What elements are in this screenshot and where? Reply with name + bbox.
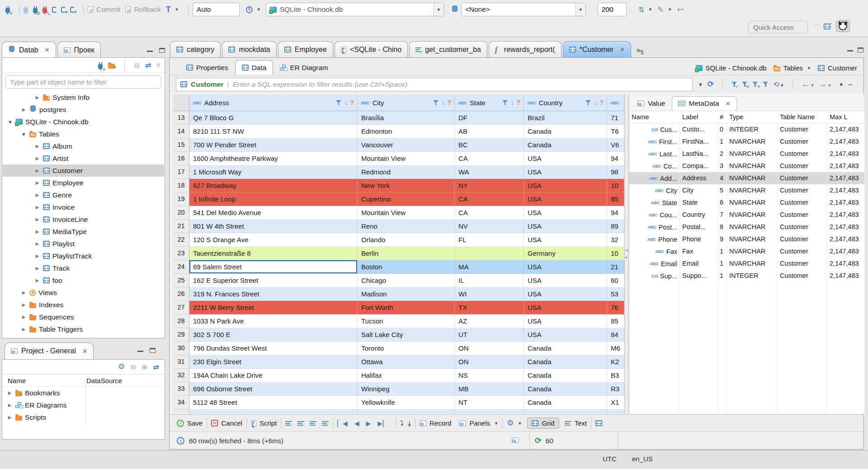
- row-number[interactable]: 25: [173, 274, 189, 287]
- meta-label-cell[interactable]: Suppo...: [680, 270, 719, 282]
- grid-cell[interactable]: USA: [524, 287, 607, 301]
- row-number[interactable]: 23: [173, 247, 189, 260]
- grid-cell[interactable]: IL: [455, 274, 524, 287]
- grid-cell[interactable]: AB: [455, 125, 524, 138]
- row-number[interactable]: 15: [173, 138, 189, 152]
- fetch-next-button[interactable]: →▼: [819, 80, 831, 89]
- grid-cell[interactable]: AZ: [455, 314, 524, 328]
- column-header[interactable]: Name: [629, 111, 680, 123]
- nav-item-genre[interactable]: ▶Genre: [3, 189, 164, 201]
- expand-arrow-icon[interactable]: ▶: [7, 415, 13, 420]
- editor-tab-customer[interactable]: *Customer✕: [563, 41, 631, 57]
- grid-cell[interactable]: 120 S Orange Ave: [189, 233, 358, 247]
- refresh-button[interactable]: ⟳: [708, 80, 714, 89]
- close-icon[interactable]: ✕: [82, 348, 87, 355]
- grid-cell[interactable]: UT: [455, 328, 524, 342]
- meta-label-cell[interactable]: Compa...: [680, 160, 719, 172]
- meta-num-cell[interactable]: 8: [719, 221, 727, 233]
- grid-cell[interactable]: 2211 W Berry Street: [189, 301, 358, 314]
- expand-arrow-icon[interactable]: ▶: [34, 95, 40, 100]
- grid-cell[interactable]: R3: [607, 382, 624, 396]
- expand-arrow-icon[interactable]: ▶: [34, 217, 40, 222]
- meta-name-cell[interactable]: 123Sup...: [629, 270, 680, 282]
- meta-max-cell[interactable]: 2,147,483: [827, 209, 865, 221]
- metadata-row-phone[interactable]: ABCPhonePhone9NVARCHARCustomer2,147,483: [629, 233, 864, 245]
- expand-arrow-icon[interactable]: ▶: [34, 253, 40, 258]
- column-header-country[interactable]: ABCCountry↕?: [524, 94, 607, 111]
- minimize-icon[interactable]: [847, 50, 853, 52]
- nav-item-postgres[interactable]: ▶postgres: [3, 103, 164, 116]
- grid-cell[interactable]: Berlin: [358, 247, 455, 260]
- metadata-row-postal[interactable]: ABCPost...Postal...8NVARCHARCustomer2,14…: [629, 221, 864, 233]
- column-header[interactable]: Label: [680, 111, 719, 123]
- grid-cell[interactable]: Orlando: [358, 233, 455, 247]
- meta-label-cell[interactable]: Phone: [680, 233, 719, 245]
- commit-button[interactable]: Commit: [88, 5, 120, 14]
- panel-splitter[interactable]: ◂ ▸: [624, 94, 629, 414]
- grid-cell[interactable]: 8210 111 ST NW: [189, 125, 358, 138]
- meta-table-cell[interactable]: Customer: [778, 197, 827, 209]
- grid-cell[interactable]: USA: [524, 328, 607, 342]
- grid-cell[interactable]: NS: [455, 369, 524, 382]
- expand-arrow-icon[interactable]: ▶: [34, 241, 40, 246]
- meta-num-cell[interactable]: 0: [719, 123, 727, 136]
- sort-icon[interactable]: ↕: [511, 99, 514, 106]
- metadata-row-suppo[interactable]: 123Sup...Suppo...1INTEGERCustomer2,147,4…: [629, 270, 864, 282]
- meta-max-cell[interactable]: 2,147,483: [827, 160, 865, 172]
- row-number[interactable]: 34: [173, 396, 189, 409]
- grid-cell[interactable]: 89: [607, 220, 624, 233]
- nav-item-sqlite-chinook-db[interactable]: ▼SQLite - Chinook.db: [3, 116, 164, 128]
- grid-cell[interactable]: USA: [524, 179, 607, 192]
- meta-type-cell[interactable]: NVARCHAR: [727, 233, 778, 245]
- pin-panel-icon[interactable]: [512, 436, 519, 443]
- meta-table-cell[interactable]: Customer: [778, 184, 827, 197]
- expand-arrow-icon[interactable]: ▶: [34, 168, 40, 173]
- grid-cell[interactable]: 796 Dundas Street West: [189, 342, 358, 355]
- prev-row-button[interactable]: ◀: [354, 420, 360, 427]
- gear-icon[interactable]: ⚙: [118, 363, 125, 371]
- grid-cell[interactable]: T6: [607, 125, 624, 138]
- expand-arrow-icon[interactable]: ▶: [21, 314, 27, 319]
- row-number[interactable]: 19: [173, 192, 189, 206]
- grid-cell[interactable]: WA: [455, 165, 524, 179]
- grid-cell[interactable]: 94: [607, 206, 624, 220]
- row-number[interactable]: 16: [173, 152, 189, 165]
- link-selection-button[interactable]: ⇄: [153, 363, 159, 371]
- collapse-all-button[interactable]: ⊟: [131, 363, 136, 371]
- dropdown-arrow-icon[interactable]: ▼: [807, 66, 811, 70]
- grid-cell[interactable]: 1 Microsoft Way: [189, 165, 358, 179]
- maximize-icon[interactable]: [858, 47, 863, 52]
- grid-cell[interactable]: Fort Worth: [358, 301, 455, 314]
- nav-item-playlisttrack[interactable]: ▶PlaylistTrack: [3, 250, 164, 262]
- grid-cell[interactable]: USA: [524, 274, 607, 287]
- grid-cell[interactable]: Edmonton: [358, 125, 455, 138]
- sort-icon[interactable]: ↕: [594, 99, 597, 106]
- grid-cell[interactable]: 69 Salem Street: [189, 260, 358, 274]
- grid-cell[interactable]: 1600 Amphitheatre Parkway: [189, 152, 358, 165]
- column-header-city[interactable]: ABCCity↕?: [358, 94, 455, 111]
- grid-cell[interactable]: 10: [607, 179, 624, 192]
- cancel-button[interactable]: ✕ Cancel: [211, 419, 242, 427]
- grid-cell[interactable]: ON: [455, 355, 524, 369]
- meta-max-cell[interactable]: 2,147,483: [827, 123, 865, 136]
- meta-label-cell[interactable]: Email: [680, 258, 719, 270]
- meta-label-cell[interactable]: Postal...: [680, 221, 719, 233]
- expand-arrow-icon[interactable]: ▶: [7, 390, 13, 395]
- value-view-button[interactable]: [595, 420, 602, 426]
- select-all-corner[interactable]: [173, 94, 189, 111]
- column-header[interactable]: Table Name: [778, 111, 827, 123]
- tab-metadata[interactable]: MetaData ✕: [672, 96, 737, 111]
- row-number[interactable]: 14: [173, 125, 189, 138]
- grid-cell[interactable]: Tucson: [358, 314, 455, 328]
- metadata-row-compa[interactable]: ABCCo...Compa...3NVARCHARCustomer2,147,4…: [629, 160, 864, 172]
- expand-arrow-icon[interactable]: ▶: [7, 403, 13, 408]
- grid-cell[interactable]: Salt Lake City: [358, 328, 455, 342]
- meta-label-cell[interactable]: Country: [680, 209, 719, 221]
- column-header-state[interactable]: ABCState↕?: [455, 94, 524, 111]
- grid-cell[interactable]: USA: [524, 220, 607, 233]
- grid-cell[interactable]: Madison: [358, 287, 455, 301]
- filter-icon[interactable]: [336, 100, 342, 106]
- navigator-filter-input[interactable]: [5, 75, 161, 89]
- grid-cell[interactable]: Boston: [358, 260, 455, 274]
- grid-cell[interactable]: USA: [524, 165, 607, 179]
